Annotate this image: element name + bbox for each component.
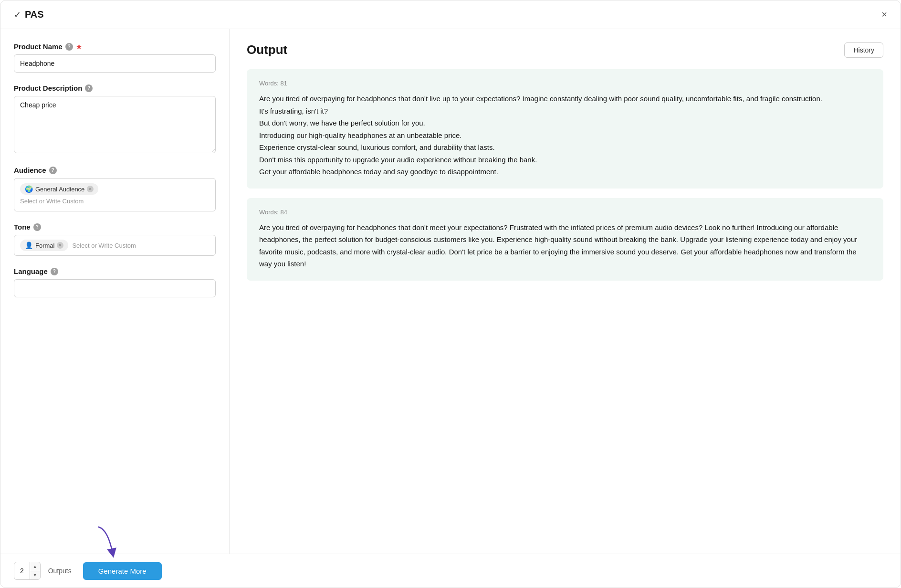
tone-field: Tone ? 👤 Formal ✕ Select or Write Custom	[14, 223, 216, 256]
audience-help-icon[interactable]: ?	[49, 167, 57, 174]
audience-field: Audience ? 🌍 General Audience ✕ Select o…	[14, 166, 216, 211]
main-layout: Product Name ? ★ Product Description ? C…	[0, 29, 901, 554]
product-name-field: Product Name ? ★	[14, 42, 216, 73]
output-words-2: Words: 84	[259, 209, 871, 216]
tone-tag: 👤 Formal ✕	[20, 240, 68, 251]
title-bar-left: ✓ PAS	[14, 9, 44, 20]
stepper-down[interactable]: ▼	[30, 571, 40, 580]
tone-help-icon[interactable]: ?	[33, 223, 41, 231]
close-button[interactable]: ×	[881, 9, 887, 20]
audience-tag: 🌍 General Audience ✕	[20, 183, 98, 195]
output-card-2: Words: 84 Are you tired of overpaying fo…	[247, 198, 883, 281]
audience-tag-emoji: 🌍	[25, 185, 33, 193]
app-title: PAS	[25, 9, 44, 20]
product-description-label: Product Description ?	[14, 84, 216, 92]
audience-tag-text: General Audience	[35, 186, 84, 193]
history-button[interactable]: History	[844, 42, 883, 58]
required-star: ★	[76, 43, 82, 51]
product-name-label: Product Name ? ★	[14, 42, 216, 51]
tone-input-area[interactable]: 👤 Formal ✕ Select or Write Custom	[14, 235, 216, 256]
generate-button[interactable]: Generate More	[83, 562, 162, 580]
language-label: Language ?	[14, 267, 216, 275]
audience-label: Audience ?	[14, 166, 216, 174]
output-words-1: Words: 81	[259, 80, 871, 87]
language-help-icon[interactable]: ?	[51, 268, 58, 275]
stepper-arrows: ▲ ▼	[30, 562, 40, 579]
outputs-label: Outputs	[48, 567, 72, 575]
check-icon: ✓	[14, 10, 21, 20]
audience-input-area[interactable]: 🌍 General Audience ✕ Select or Write Cus…	[14, 178, 216, 211]
language-input[interactable]	[14, 279, 216, 297]
product-description-input[interactable]: Cheap price	[14, 96, 216, 153]
audience-tag-remove[interactable]: ✕	[87, 186, 94, 192]
title-bar: ✓ PAS ×	[0, 0, 901, 29]
left-panel: Product Name ? ★ Product Description ? C…	[0, 29, 230, 554]
output-text-2: Are you tired of overpaying for headphon…	[259, 221, 871, 270]
tone-placeholder: Select or Write Custom	[72, 242, 136, 249]
product-name-help-icon[interactable]: ?	[65, 43, 73, 51]
audience-tag-row: 🌍 General Audience ✕	[20, 183, 210, 195]
app-container: ✓ PAS × Product Name ? ★ Product Descrip…	[0, 0, 901, 588]
outputs-stepper[interactable]: 2 ▲ ▼	[14, 562, 41, 580]
right-panel: Output History Words: 81 Are you tired o…	[230, 29, 901, 554]
product-description-field: Product Description ? Cheap price	[14, 84, 216, 155]
product-name-input[interactable]	[14, 54, 216, 73]
output-title: Output	[247, 42, 287, 57]
bottom-controls: 2 ▲ ▼ Outputs Generate More	[0, 554, 901, 588]
product-description-help-icon[interactable]: ?	[85, 84, 93, 92]
tone-label: Tone ?	[14, 223, 216, 231]
output-card-1: Words: 81 Are you tired of overpaying fo…	[247, 69, 883, 189]
language-field: Language ?	[14, 267, 216, 297]
tone-tag-emoji: 👤	[25, 242, 33, 249]
tone-tag-remove[interactable]: ✕	[57, 242, 63, 249]
tone-tag-text: Formal	[35, 242, 54, 249]
stepper-up[interactable]: ▲	[30, 562, 40, 571]
stepper-value: 2	[14, 567, 30, 575]
audience-placeholder: Select or Write Custom	[20, 198, 210, 205]
output-header: Output History	[247, 42, 883, 58]
output-text-1: Are you tired of overpaying for headphon…	[259, 93, 871, 178]
